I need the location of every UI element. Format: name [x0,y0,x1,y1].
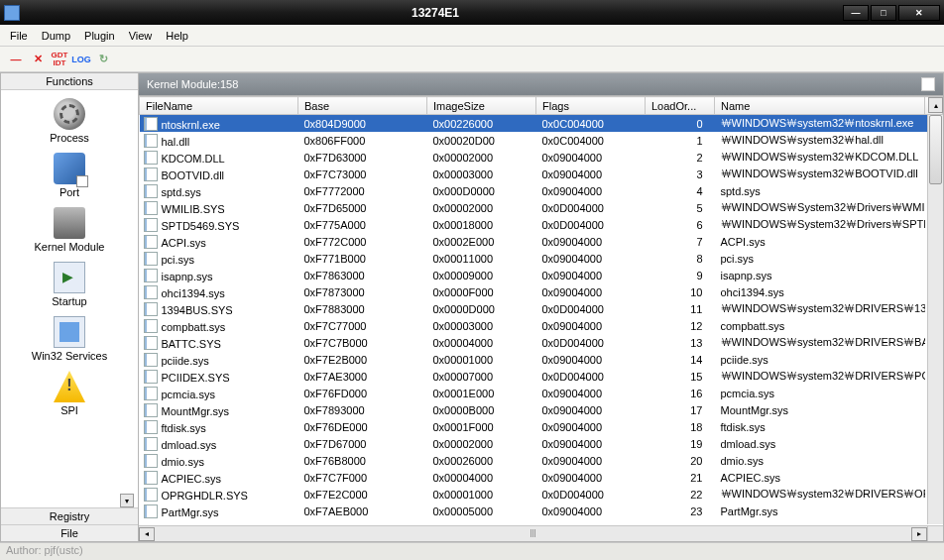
cell-filename: ntoskrnl.exe [140,115,298,133]
toolbar-gdt-icon[interactable]: GDTIDT [52,52,67,67]
cell-filename: PCIIDEX.SYS [140,368,298,385]
cell-loadorder: 10 [646,283,715,300]
menu-plugin[interactable]: Plugin [84,30,115,42]
cell-base: 0xF7C7F000 [298,469,427,486]
cell-loadorder: 11 [646,300,715,317]
cell-imagesize: 0x0001F000 [427,418,536,435]
cell-loadorder: 9 [646,267,715,283]
cell-imagesize: 0x00002000 [427,199,536,216]
toolbar: — ✕ GDTIDT LOG ↻ [0,47,944,72]
cell-loadorder: 8 [646,250,715,267]
sidebar-item-label: Port [59,186,79,198]
sidebar-item-kernel[interactable]: Kernel Module [1,203,138,257]
table-row[interactable]: MountMgr.sys0xF78930000x0000B0000x090040… [140,401,943,418]
cell-flags: 0x09004000 [536,452,646,469]
cell-imagesize: 0x000D0000 [427,182,536,199]
table-row[interactable]: PartMgr.sys0xF7AEB0000x000050000x0900400… [140,503,943,519]
table-row[interactable]: PCIIDEX.SYS0xF7AE30000x000070000x0D00400… [140,368,943,385]
column-header-imagesize[interactable]: ImageSize [427,97,536,115]
cell-flags: 0x0D004000 [536,199,646,216]
table-row[interactable]: ntoskrnl.exe0x804D90000x002260000x0C0040… [140,115,943,133]
table-row[interactable]: OPRGHDLR.SYS0xF7E2C0000x000010000x0D0040… [140,486,943,503]
table-row[interactable]: sptd.sys0xF77720000x000D00000x090040004s… [140,182,943,199]
table-row[interactable]: ACPI.sys0xF772C0000x0002E0000x090040007A… [140,233,943,250]
column-header-flags[interactable]: Flags [536,97,646,115]
menu-view[interactable]: View [129,30,153,42]
cell-loadorder: 17 [646,401,715,418]
sidebar-item-spi[interactable]: SPI [1,367,138,420]
scroll-up-icon[interactable]: ▴ [928,97,943,113]
sidebar-scroll-down[interactable]: ▾ [120,494,134,507]
table-row[interactable]: isapnp.sys0xF78630000x000090000x09004000… [140,267,943,283]
cell-imagesize: 0x00002000 [427,149,536,166]
cell-flags: 0x09004000 [536,267,646,283]
cell-loadorder: 23 [646,503,715,519]
module-table[interactable]: FileNameBaseImageSizeFlagsLoadOr...Name … [139,96,943,519]
scroll-right-icon[interactable]: ▸ [911,527,927,541]
close-button[interactable]: ✕ [898,5,940,21]
table-row[interactable]: dmio.sys0xF76B80000x000260000x0900400020… [140,452,943,469]
app-icon [4,5,20,21]
table-row[interactable]: ACPIEC.sys0xF7C7F0000x000040000x09004000… [140,469,943,486]
toolbar-log-icon[interactable]: LOG [73,52,89,67]
table-row[interactable]: BATTC.SYS0xF7C7B0000x000040000x0D0040001… [140,334,943,351]
vertical-scrollbar[interactable]: ▴ ▾ [927,115,943,524]
sidebar-item-process[interactable]: Process [1,94,138,148]
column-header-base[interactable]: Base [298,97,427,115]
sidebar-footer-registry[interactable]: Registry [1,507,138,524]
minimize-button[interactable]: — [843,5,869,21]
vertical-scroll-thumb[interactable] [929,115,942,184]
cell-loadorder: 22 [646,486,715,503]
cell-name: ACPIEC.sys [715,469,925,486]
table-row[interactable]: pci.sys0xF771B0000x000110000x090040008pc… [140,250,943,267]
cell-base: 0xF76B8000 [298,452,427,469]
cell-base: 0xF775A000 [298,216,427,233]
cell-flags: 0x0C004000 [536,132,646,149]
cell-flags: 0x09004000 [536,503,646,519]
table-row[interactable]: dmload.sys0xF7D670000x000020000x09004000… [140,435,943,452]
horizontal-scrollbar[interactable]: ◂ ▸ [139,525,927,541]
cell-base: 0xF7883000 [298,300,427,317]
sidebar-item-startup[interactable]: Startup [1,258,138,311]
menu-help[interactable]: Help [166,30,188,42]
sheet-icon[interactable] [921,77,935,91]
table-row[interactable]: ohci1394.sys0xF78730000x0000F0000x090040… [140,283,943,300]
column-header-filename[interactable]: FileName [140,97,298,115]
process-icon [54,98,85,130]
table-row[interactable]: SPTD5469.SYS0xF775A0000x000180000x0D0040… [140,216,943,233]
table-row[interactable]: KDCOM.DLL0xF7D630000x000020000x090040002… [140,149,943,166]
maximize-button[interactable]: □ [871,5,896,21]
table-row[interactable]: pcmcia.sys0xF76FD0000x0001E0000x09004000… [140,385,943,401]
cell-name: ￦WINDOWS￦System32￦Drivers￦SPTD5469. [715,216,925,233]
cell-name: PartMgr.sys [715,503,925,519]
table-row[interactable]: hal.dll0x806FF0000x00020D000x0C0040001￦W… [140,132,943,149]
sidebar-footer-file[interactable]: File [1,524,138,541]
toolbar-minus-icon[interactable]: — [8,52,24,67]
cell-filename: compbatt.sys [140,317,298,334]
window-title: 13274E1 [28,6,843,20]
cell-filename: ACPIEC.sys [140,469,298,486]
table-row[interactable]: BOOTVID.dll0xF7C730000x000030000x0900400… [140,166,943,182]
cell-name: sptd.sys [715,182,925,199]
table-row[interactable]: compbatt.sys0xF7C770000x000030000x090040… [140,317,943,334]
table-row[interactable]: WMILIB.SYS0xF7D650000x000020000x0D004000… [140,199,943,216]
cell-flags: 0x09004000 [536,401,646,418]
table-row[interactable]: ftdisk.sys0xF76DE0000x0001F0000x09004000… [140,418,943,435]
column-header-name[interactable]: Name [715,97,925,115]
hscroll-grip-icon[interactable] [524,529,543,537]
cell-name: isapnp.sys [715,267,925,283]
sidebar-item-port[interactable]: Port [1,149,138,202]
menu-dump[interactable]: Dump [42,30,70,42]
toolbar-refresh-icon[interactable]: ↻ [95,52,111,67]
toolbar-x-icon[interactable]: ✕ [30,52,46,67]
cell-name: dmio.sys [715,452,925,469]
table-row[interactable]: 1394BUS.SYS0xF78830000x0000D0000x0D00400… [140,300,943,317]
sidebar-item-win32[interactable]: Win32 Services [1,312,138,366]
cell-name: ACPI.sys [715,233,925,250]
menu-file[interactable]: File [10,30,28,42]
cell-imagesize: 0x0000F000 [427,283,536,300]
menubar: File Dump Plugin View Help [0,25,944,47]
table-row[interactable]: pciide.sys0xF7E2B0000x000010000x09004000… [140,351,943,368]
column-header-loador[interactable]: LoadOr... [646,97,715,115]
scroll-left-icon[interactable]: ◂ [139,527,155,541]
